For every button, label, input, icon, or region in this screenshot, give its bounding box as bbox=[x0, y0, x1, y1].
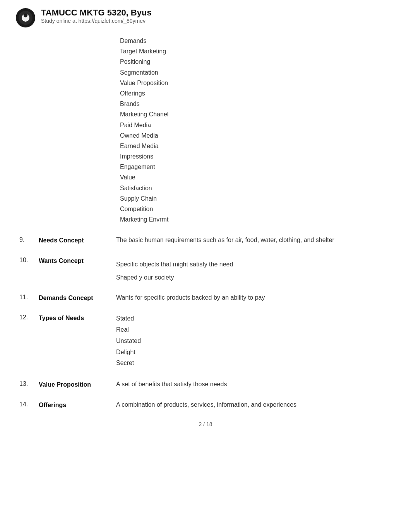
entry-definition: Specific objects that might satisfy the … bbox=[116, 256, 396, 282]
index-item: Value bbox=[120, 172, 396, 182]
page-number: 2 / 18 bbox=[199, 421, 212, 427]
entry-definition: A combination of products, services, inf… bbox=[116, 400, 396, 409]
entry-term: Value Proposition bbox=[39, 380, 116, 389]
index-item: Paid Media bbox=[120, 120, 396, 130]
index-items-col: DemandsTarget MarketingPositioningSegmen… bbox=[120, 36, 396, 225]
entry-term: Wants Concept bbox=[39, 256, 116, 265]
entry-number: 14. bbox=[19, 400, 39, 408]
entry-definition: Wants for specific products backed by an… bbox=[116, 293, 396, 302]
index-item: Engagement bbox=[120, 162, 396, 172]
index-item: Value Proposition bbox=[120, 78, 396, 88]
index-item: Positioning bbox=[120, 56, 396, 67]
entry-row: 11.Demands ConceptWants for specific pro… bbox=[15, 293, 396, 302]
entry-row: 12.Types of NeedsStatedRealUnstatedDelig… bbox=[15, 313, 396, 369]
header: TAMUCC MKTG 5320, Byus Study online at h… bbox=[15, 8, 396, 28]
index-item: Competition bbox=[120, 204, 396, 214]
index-item: Owned Media bbox=[120, 130, 396, 141]
index-item: Impressions bbox=[120, 151, 396, 162]
entry-row: 10.Wants ConceptSpecific objects that mi… bbox=[15, 256, 396, 282]
index-item: Supply Chain bbox=[120, 193, 396, 204]
entry-term: Demands Concept bbox=[39, 293, 116, 302]
index-section: DemandsTarget MarketingPositioningSegmen… bbox=[15, 36, 396, 225]
index-item: Segmentation bbox=[120, 67, 396, 78]
entry-definition: A set of benefits that satisfy those nee… bbox=[116, 380, 396, 389]
entry-term: Offerings bbox=[39, 400, 116, 409]
index-item: Brands bbox=[120, 99, 396, 109]
page-footer: 2 / 18 bbox=[15, 421, 396, 427]
entry-number: 10. bbox=[19, 256, 39, 264]
entry-row: 9.Needs ConceptThe basic human requireme… bbox=[15, 235, 396, 245]
index-item: Marketing Chanel bbox=[120, 109, 396, 119]
index-item: Earned Media bbox=[120, 141, 396, 151]
header-text: TAMUCC MKTG 5320, Byus Study online at h… bbox=[41, 8, 152, 24]
entry-definition: The basic human requirements such as for… bbox=[116, 235, 396, 245]
logo bbox=[15, 8, 36, 28]
entry-term: Types of Needs bbox=[39, 313, 116, 322]
entry-number: 9. bbox=[19, 235, 39, 243]
index-item: Target Marketing bbox=[120, 46, 396, 56]
index-item: Offerings bbox=[120, 88, 396, 99]
entry-number: 11. bbox=[19, 293, 39, 301]
entry-term: Needs Concept bbox=[39, 235, 116, 245]
index-item: Satisfaction bbox=[120, 183, 396, 193]
entries-container: 9.Needs ConceptThe basic human requireme… bbox=[15, 235, 396, 409]
header-title: TAMUCC MKTG 5320, Byus bbox=[41, 8, 152, 18]
entry-number: 12. bbox=[19, 313, 39, 321]
svg-point-3 bbox=[24, 14, 27, 17]
header-subtitle: Study online at https://quizlet.com/_80y… bbox=[41, 18, 152, 24]
entry-row: 13.Value PropositionA set of benefits th… bbox=[15, 380, 396, 389]
index-label-col bbox=[19, 36, 120, 225]
entry-definition: StatedRealUnstatedDelightSecret bbox=[116, 313, 396, 369]
entry-number: 13. bbox=[19, 380, 39, 387]
index-item: Marketing Envrmt bbox=[120, 214, 396, 225]
entry-row: 14.OfferingsA combination of products, s… bbox=[15, 400, 396, 409]
index-item: Demands bbox=[120, 36, 396, 46]
